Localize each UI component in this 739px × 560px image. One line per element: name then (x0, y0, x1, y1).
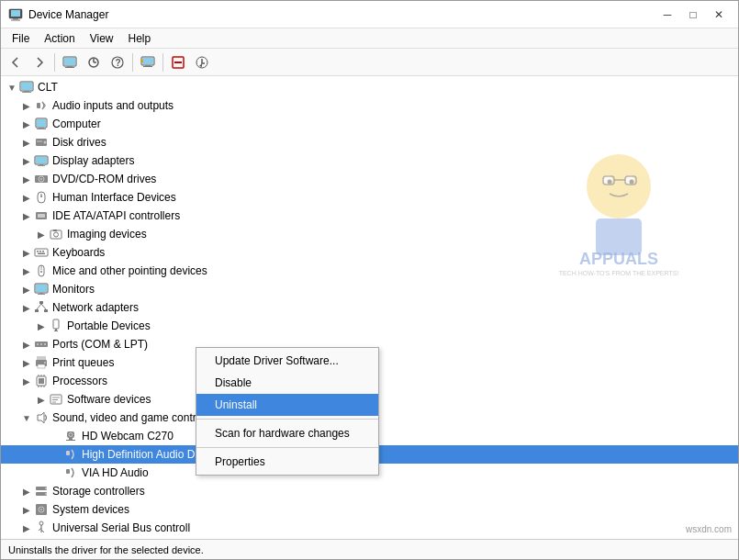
system-icon (34, 502, 49, 517)
toolbar-separator-3 (162, 53, 163, 72)
svg-rect-1 (11, 10, 20, 17)
menu-file[interactable]: File (5, 30, 37, 47)
storage-label: Storage controllers (52, 485, 145, 498)
context-menu-sep-1 (196, 419, 378, 420)
processors-expand[interactable]: ▶ (19, 374, 34, 388)
tree-item-display[interactable]: ▶ Display adapters (1, 151, 738, 170)
hid-expand[interactable]: ▶ (19, 190, 34, 205)
status-bar: Uninstalls the driver for the selected d… (1, 539, 738, 559)
help-button[interactable]: ? (106, 51, 129, 73)
svg-rect-7 (65, 67, 74, 68)
monitors-expand[interactable]: ▶ (19, 282, 34, 297)
tree-item-system[interactable]: ▶ System devices (1, 500, 738, 519)
usb-expand[interactable]: ▶ (19, 521, 34, 535)
tree-item-hid[interactable]: ▶ Human Interface Devices (1, 188, 738, 207)
svg-rect-15 (145, 65, 151, 66)
svg-rect-49 (37, 251, 39, 252)
minimize-button[interactable]: ─ (655, 5, 679, 25)
hid-icon (34, 190, 49, 205)
software-icon (49, 392, 63, 407)
hdaudio-icon (63, 447, 78, 462)
menu-bar: File Action View Help (1, 28, 738, 49)
context-menu-uninstall[interactable]: Uninstall (196, 394, 378, 416)
context-menu-disable[interactable]: Disable (196, 372, 378, 394)
tree-item-imaging[interactable]: ▶ Imaging devices (1, 225, 738, 243)
computer-properties-button[interactable] (59, 51, 81, 73)
menu-action[interactable]: Action (37, 30, 82, 47)
portable-expand[interactable]: ▶ (34, 319, 49, 333)
svg-rect-16 (143, 66, 152, 67)
svg-point-101 (40, 509, 42, 510)
menu-help[interactable]: Help (121, 30, 159, 47)
svg-rect-45 (50, 230, 62, 239)
tree-item-portable[interactable]: ▶ Portable Devices (1, 317, 738, 335)
svg-point-102 (39, 521, 43, 525)
tree-item-mice[interactable]: ▶ Mice and other pointing devices (1, 262, 738, 280)
tree-item-network[interactable]: ▶ Network adapters (1, 298, 738, 317)
tree-item-keyboard[interactable]: ▶ Keyboards (1, 243, 738, 262)
tree-item-usb[interactable]: ▶ Universal Serial Bus controll (1, 519, 738, 537)
context-menu-properties[interactable]: Properties (196, 451, 378, 473)
software-expand[interactable]: ▶ (34, 392, 49, 407)
menu-view[interactable]: View (83, 30, 121, 47)
tree-item-storage[interactable]: ▶ Storage controllers (1, 482, 738, 500)
print-expand[interactable]: ▶ (19, 355, 34, 370)
ide-expand[interactable]: ▶ (19, 208, 34, 223)
imaging-icon (49, 227, 63, 241)
sound-icon (34, 410, 49, 425)
computer-expand[interactable]: ▶ (19, 117, 34, 131)
keyboard-icon (34, 245, 49, 260)
back-button[interactable] (5, 51, 27, 73)
network-icon (34, 300, 49, 315)
keyboard-expand[interactable]: ▶ (19, 245, 34, 260)
audio-expand[interactable]: ▶ (19, 98, 34, 113)
svg-rect-24 (22, 92, 31, 93)
svg-rect-17 (140, 60, 143, 62)
ports-expand[interactable]: ▶ (19, 337, 34, 352)
scan-button[interactable] (83, 51, 105, 73)
context-menu: Update Driver Software... Disable Uninst… (196, 347, 379, 476)
context-menu-update-driver[interactable]: Update Driver Software... (196, 350, 378, 372)
tree-item-computer[interactable]: ▶ Computer (1, 115, 738, 133)
monitors-icon (34, 282, 49, 297)
close-button[interactable]: ✕ (707, 5, 731, 25)
computer-label: Computer (52, 118, 101, 130)
root-expand[interactable]: ▼ (5, 80, 19, 95)
wsxdn-badge: wsxdn.com (686, 524, 732, 534)
storage-expand[interactable]: ▶ (19, 484, 34, 498)
display-expand[interactable]: ▶ (19, 153, 34, 168)
system-expand[interactable]: ▶ (19, 502, 34, 517)
disk-expand[interactable]: ▶ (19, 135, 34, 150)
display-icon (34, 153, 49, 168)
software-label: Software devices (67, 393, 151, 406)
disable-button[interactable] (167, 51, 189, 73)
mice-expand[interactable]: ▶ (19, 263, 34, 278)
disk-label: Disk drives (52, 136, 106, 149)
tree-item-disk[interactable]: ▶ Disk drives (1, 133, 738, 151)
show-devices-button[interactable] (137, 51, 159, 73)
context-menu-sep-2 (196, 447, 378, 448)
context-menu-scan[interactable]: Scan for hardware changes (196, 422, 378, 444)
svg-rect-62 (44, 309, 48, 312)
tree-item-monitors[interactable]: ▶ Monitors (1, 280, 738, 298)
toolbar: ? (1, 49, 738, 76)
svg-rect-77 (39, 378, 44, 384)
tree-item-dvd[interactable]: ▶ DVD/CD-ROM drives (1, 170, 738, 188)
network-expand[interactable]: ▶ (19, 300, 34, 315)
usb-icon (34, 521, 49, 535)
svg-rect-93 (66, 451, 70, 455)
webcam-icon (63, 429, 78, 443)
svg-rect-92 (66, 440, 75, 441)
tree-item-audio[interactable]: ▶ Audio inputs and outputs (1, 96, 738, 115)
imaging-expand[interactable]: ▶ (34, 227, 49, 241)
svg-rect-27 (37, 119, 46, 127)
dvd-expand[interactable]: ▶ (19, 172, 34, 186)
ide-label: IDE ATA/ATAPI controllers (52, 209, 180, 222)
maximize-button[interactable]: □ (681, 5, 705, 25)
update-driver-button[interactable] (191, 51, 213, 73)
svg-rect-60 (39, 301, 43, 304)
sound-expand[interactable]: ▼ (19, 410, 34, 425)
tree-root[interactable]: ▼ CLT (1, 78, 738, 96)
tree-item-ide[interactable]: ▶ IDE ATA/ATAPI controllers (1, 207, 738, 225)
forward-button[interactable] (28, 51, 50, 73)
